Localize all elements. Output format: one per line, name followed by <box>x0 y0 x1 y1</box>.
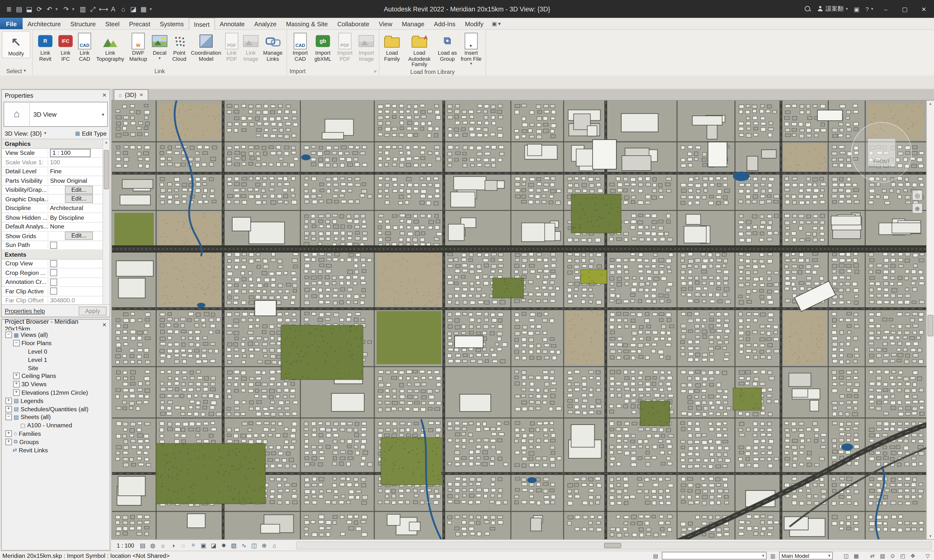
view-tab-close-icon[interactable]: ✕ <box>139 92 143 98</box>
ribbon-tab-view[interactable]: View <box>374 18 397 29</box>
collapse-icon[interactable]: − <box>5 332 12 338</box>
ribbon-tab-analyze[interactable]: Analyze <box>250 18 281 29</box>
ribbon-tab-collaborate[interactable]: Collaborate <box>333 18 374 29</box>
properties-close-icon[interactable]: ✕ <box>102 92 106 98</box>
tree-item-site[interactable]: Site <box>2 364 109 372</box>
tree-item-views-all[interactable]: −▦Views (all) <box>2 331 109 339</box>
view-tab-3d[interactable]: ⌂ {3D} ✕ <box>114 89 148 100</box>
property-checkbox[interactable] <box>50 269 57 276</box>
ribbon-tab-modify[interactable]: Modify <box>460 18 488 29</box>
exclude-options-icon[interactable]: ◫ <box>842 553 850 558</box>
maximize-button[interactable]: ▢ <box>898 6 911 12</box>
ribbon-cycle-caret[interactable]: ▾ <box>498 20 501 26</box>
property-text[interactable]: 100 <box>50 159 60 165</box>
link-ifc-button[interactable]: IFCLink IFC <box>56 31 75 62</box>
link-revit-button[interactable]: RLink Revit <box>34 31 56 62</box>
show-crop-region-icon[interactable]: ▣ <box>199 541 209 549</box>
tree-item-floor-plans[interactable]: −Floor Plans <box>2 339 109 347</box>
tree-item-revit-links[interactable]: ⇄Revit Links <box>2 446 109 454</box>
select-pinned-toggle-icon[interactable]: ⊙ <box>889 553 897 558</box>
import-cad-button[interactable]: CADImport CAD <box>289 31 311 62</box>
ribbon-tab-steel[interactable]: Steel <box>100 18 124 29</box>
property-checkbox[interactable] <box>50 242 57 249</box>
property-edit-button[interactable]: Edit... <box>65 195 93 203</box>
crop-view-icon[interactable]: ⌗ <box>188 541 199 549</box>
design-options-icon[interactable]: ▥ <box>769 553 777 558</box>
tree-item-families[interactable]: +⌂Families <box>2 429 109 438</box>
undo-icon[interactable]: ↶ <box>45 5 54 13</box>
collapse-icon[interactable]: − <box>5 414 12 420</box>
viewcube-front-face[interactable]: FRONT <box>867 138 896 167</box>
app-menu-icon[interactable]: ≣ <box>5 5 13 13</box>
ribbon-tab-add-ins[interactable]: Add-Ins <box>429 18 460 29</box>
collapse-icon[interactable]: − <box>13 340 20 346</box>
scroll-up-icon[interactable]: ▲ <box>105 139 108 145</box>
qat-customize-caret[interactable]: ▾ <box>150 6 154 12</box>
undo-caret-icon[interactable]: ▾ <box>55 6 60 12</box>
property-checkbox[interactable] <box>50 278 57 286</box>
instance-selector-label[interactable]: 3D View: {3D} <box>5 130 42 137</box>
property-text[interactable]: Architectural <box>50 205 83 211</box>
modify-button[interactable]: ↖Modify <box>2 31 31 58</box>
panel-launcher-icon[interactable]: » <box>374 68 376 74</box>
close-button[interactable]: ✕ <box>917 6 930 12</box>
property-text[interactable]: Fine <box>50 168 62 174</box>
temporary-hide-isolate-icon[interactable]: ◪ <box>208 541 219 549</box>
dwf-markup-button[interactable]: WDWF Markup <box>126 31 150 62</box>
view-scale-control[interactable]: 1 : 100 <box>113 541 138 549</box>
sync-icon[interactable]: ⟳ <box>35 5 43 13</box>
viewcube[interactable]: FRONT <box>851 122 912 183</box>
vertical-scrollbar[interactable]: ▲ ▼ <box>926 101 934 539</box>
expand-icon[interactable]: + <box>13 373 20 379</box>
help-menu[interactable]: ? ▾ <box>865 6 873 12</box>
aligned-dimension-icon[interactable]: ⟷ <box>99 5 107 13</box>
scroll-down-icon[interactable]: ▼ <box>929 533 932 539</box>
property-text[interactable]: 304800.0 <box>50 297 75 304</box>
property-section-graphics[interactable]: Graphics˄ <box>2 139 109 149</box>
expand-icon[interactable]: + <box>5 397 12 404</box>
shadows-icon[interactable]: ◑ <box>168 541 178 549</box>
tree-item-groups[interactable]: +⧉Groups <box>2 438 109 446</box>
ribbon-tab-massing-site[interactable]: Massing & Site <box>281 18 333 29</box>
property-text[interactable]: Show Original <box>50 177 87 184</box>
detail-level-icon[interactable]: ▤ <box>138 541 148 549</box>
redo-icon[interactable]: ↷ <box>62 5 70 13</box>
app-store-icon[interactable]: ▣ <box>854 6 860 12</box>
ribbon-tab-precast[interactable]: Precast <box>124 18 155 29</box>
model-viewport[interactable] <box>112 101 926 539</box>
temporary-view-properties-icon[interactable]: ▧ <box>229 541 239 549</box>
project-browser-close-icon[interactable]: ✕ <box>102 322 106 328</box>
measure-icon[interactable]: ⤢ <box>89 5 97 13</box>
link-cad-button[interactable]: CADLink CAD <box>75 31 94 62</box>
load-family-button[interactable]: Load Family <box>381 31 402 62</box>
vertical-scroll-thumb[interactable] <box>928 315 933 336</box>
filter-icon[interactable]: ▽ <box>924 553 932 558</box>
property-input[interactable]: 1 : 100 <box>50 149 91 157</box>
tree-item-3d-views[interactable]: +3D Views <box>2 380 109 388</box>
expand-icon[interactable]: + <box>5 430 12 437</box>
drag-on-selection-toggle-icon[interactable]: ✥ <box>909 553 917 558</box>
modify-toolbar-icon[interactable]: ▣ <box>492 20 497 26</box>
property-checkbox[interactable] <box>50 288 57 295</box>
scroll-up-icon[interactable]: ▲ <box>929 101 932 106</box>
select-by-face-toggle-icon[interactable]: ◰ <box>899 553 907 558</box>
visual-style-icon[interactable]: ◍ <box>148 541 158 549</box>
text-icon[interactable]: A <box>109 5 117 13</box>
zoom-icon[interactable]: ⊕ <box>912 203 923 214</box>
edit-type-button[interactable]: ▦ Edit Type <box>75 130 106 137</box>
decal-button[interactable]: Decal▾ <box>150 31 169 60</box>
expand-icon[interactable]: + <box>13 389 20 396</box>
editable-only-icon[interactable]: ▦ <box>852 553 860 558</box>
load-autodesk-family-button[interactable]: ALoad Autodesk Family <box>403 31 436 68</box>
expand-icon[interactable]: + <box>13 381 20 388</box>
horizontal-scroll-thumb[interactable] <box>604 543 621 548</box>
properties-scroll-thumb[interactable] <box>103 150 109 189</box>
ribbon-tab-insert[interactable]: Insert <box>188 18 215 30</box>
constraints-icon[interactable]: ⊕ <box>259 541 269 549</box>
import-gbxml-button[interactable]: gbImport gbXML <box>311 31 334 62</box>
open-icon[interactable]: ▤ <box>15 5 23 13</box>
worksharing-display-icon[interactable]: ◫ <box>249 541 259 549</box>
insert-from-file-button[interactable]: ▸Insert from File▾ <box>459 31 484 65</box>
search-icon[interactable] <box>805 6 811 12</box>
thin-lines-icon[interactable]: ▦ <box>139 5 148 13</box>
